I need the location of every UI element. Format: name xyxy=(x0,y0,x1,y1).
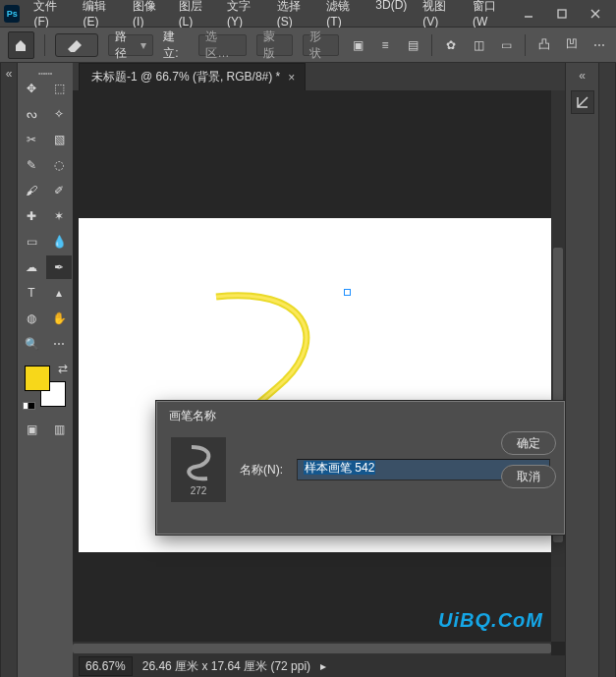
gear-icon[interactable]: ✿ xyxy=(442,36,460,54)
magic-wand-tool[interactable]: ✧ xyxy=(46,102,72,126)
quickmask-icon[interactable]: ▣ xyxy=(23,421,40,438)
default-colors-icon[interactable] xyxy=(23,399,35,413)
arrange-icon[interactable]: ▭ xyxy=(497,36,515,54)
path-mode-label: 路径 xyxy=(115,28,138,62)
tool-panel-grip[interactable]: ┄┄ xyxy=(18,67,73,77)
document-dimensions: 26.46 厘米 x 17.64 厘米 (72 ppi) xyxy=(142,658,310,675)
options-bar: 路径 ▾ 建立: 选区… 蒙版 形状 ▣ ≡ ▤ ✿ ◫ ▭ 凸 凹 ⋯ xyxy=(0,28,616,63)
right-panel-strip: « xyxy=(565,63,598,677)
foreground-swatch[interactable] xyxy=(25,366,50,391)
share-icon[interactable]: 凹 xyxy=(563,36,581,54)
swap-colors-icon[interactable]: ⇄ xyxy=(58,362,68,375)
separator xyxy=(44,34,45,56)
left-gutter[interactable]: « xyxy=(0,63,18,677)
move-tool[interactable]: ✥ xyxy=(19,77,44,100)
watermark: UiBQ.CoM xyxy=(438,609,543,632)
chevron-left-icon: « xyxy=(6,67,13,81)
hand-tool[interactable]: ✋ xyxy=(46,307,72,330)
slice-tool[interactable]: ▧ xyxy=(46,128,72,151)
color-swatches[interactable]: ⇄ xyxy=(25,366,66,407)
document-tab-bar: 未标题-1 @ 66.7% (背景, RGB/8#) * × xyxy=(73,63,565,90)
gradient-tool[interactable]: ▭ xyxy=(19,230,44,254)
status-bar: 66.67% 26.46 厘米 x 17.64 厘米 (72 ppi) ▸ xyxy=(73,655,565,677)
extra-ops: ✿ ◫ ▭ xyxy=(442,36,515,54)
lasso-tool[interactable]: ᔓ xyxy=(19,102,44,126)
text-tool[interactable]: T xyxy=(19,281,44,305)
document-tab[interactable]: 未标题-1 @ 66.7% (背景, RGB/8#) * × xyxy=(79,63,306,90)
path-anchor[interactable] xyxy=(344,289,351,296)
title-bar: Ps 文件(F) 编辑(E) 图像(I) 图层(L) 文字(Y) 选择(S) 滤… xyxy=(0,0,616,28)
shape-tool[interactable]: ◍ xyxy=(19,307,44,330)
canvas-viewport[interactable]: 画笔名称 272 名称(N): 样本画笔 542 确定 取消 UiBQ.CoM xyxy=(73,90,565,655)
eyedropper-tool[interactable]: ✎ xyxy=(19,153,44,177)
home-button[interactable] xyxy=(8,31,34,59)
dialog-title: 画笔名称 xyxy=(157,402,564,429)
scrollbar-thumb[interactable] xyxy=(73,644,551,653)
tool-panel: ┄┄ ✥⬚ᔓ✧✂▧✎◌🖌✐✚✶▭💧☁✒T▴◍✋🔍⋯ ⇄ ▣ ▥ xyxy=(18,63,73,677)
right-ops: 凸 凹 ⋯ xyxy=(535,36,608,54)
ok-button[interactable]: 确定 xyxy=(501,431,556,455)
path-combine-icon[interactable]: ▣ xyxy=(349,36,366,54)
more-icon[interactable]: ⋯ xyxy=(590,36,608,54)
cloud-icon[interactable]: 凸 xyxy=(535,36,553,54)
document-area: 未标题-1 @ 66.7% (背景, RGB/8#) * × xyxy=(73,63,565,677)
document-tab-title: 未标题-1 @ 66.7% (背景, RGB/8#) * xyxy=(91,69,280,85)
path-arrange-icon[interactable]: ▤ xyxy=(404,36,421,54)
svg-rect-1 xyxy=(558,10,566,18)
vertical-scrollbar[interactable] xyxy=(551,90,565,642)
window-buttons xyxy=(512,2,612,26)
make-selection-button[interactable]: 选区… xyxy=(198,34,247,56)
zoom-tool[interactable]: 🔍 xyxy=(19,332,44,356)
blur-tool[interactable]: 💧 xyxy=(46,230,72,254)
brush-tool[interactable]: 🖌 xyxy=(19,179,44,202)
close-button[interactable] xyxy=(579,2,612,26)
marquee-tool[interactable]: ◌ xyxy=(46,153,72,177)
tool-preset-picker[interactable] xyxy=(55,33,98,57)
brush-preview-size: 272 xyxy=(191,485,207,496)
chevron-right-icon[interactable]: « xyxy=(579,69,586,83)
name-field-label: 名称(N): xyxy=(240,462,283,479)
healing-brush-tool[interactable]: ✚ xyxy=(19,204,44,228)
right-gutter[interactable] xyxy=(598,63,616,677)
brush-name-dialog: 画笔名称 272 名称(N): 样本画笔 542 确定 取消 xyxy=(156,401,565,535)
align-icon[interactable]: ◫ xyxy=(470,36,487,54)
separator xyxy=(525,34,526,56)
path-mode-select[interactable]: 路径 ▾ xyxy=(108,34,153,56)
path-ops: ▣ ≡ ▤ xyxy=(349,36,421,54)
smudge-tool[interactable]: ☁ xyxy=(19,255,44,279)
status-caret-icon[interactable]: ▸ xyxy=(320,659,326,673)
close-tab-icon[interactable]: × xyxy=(288,71,295,85)
adjustments-panel-icon[interactable] xyxy=(571,90,594,114)
stamp-tool[interactable]: ✶ xyxy=(46,204,72,228)
home-icon xyxy=(14,38,28,52)
main-area: « ┄┄ ✥⬚ᔓ✧✂▧✎◌🖌✐✚✶▭💧☁✒T▴◍✋🔍⋯ ⇄ ▣ ▥ 未标题-1 … xyxy=(0,63,616,677)
separator xyxy=(431,34,432,56)
zoom-level[interactable]: 66.67% xyxy=(79,656,133,676)
brush-name-value: 样本画笔 542 xyxy=(304,461,375,475)
pencil-tool[interactable]: ✐ xyxy=(46,179,72,202)
cancel-button[interactable]: 取消 xyxy=(501,465,556,488)
make-mask-button[interactable]: 蒙版 xyxy=(256,34,293,56)
edit-toolbar[interactable]: ⋯ xyxy=(46,332,72,356)
crop-tool[interactable]: ✂ xyxy=(19,128,44,151)
make-shape-button[interactable]: 形状 xyxy=(303,34,339,56)
pen-icon xyxy=(66,38,87,52)
screenmode-icon[interactable]: ▥ xyxy=(50,421,68,438)
pen-tool[interactable]: ✒ xyxy=(46,255,72,279)
path-align-icon[interactable]: ≡ xyxy=(376,36,394,54)
app-logo: Ps xyxy=(4,5,20,23)
make-label: 建立: xyxy=(163,28,189,62)
minimize-button[interactable] xyxy=(512,2,545,26)
horizontal-scrollbar[interactable] xyxy=(73,642,551,655)
path-select-tool[interactable]: ▴ xyxy=(46,281,72,305)
maximize-button[interactable] xyxy=(545,2,579,26)
brush-preview: 272 xyxy=(171,437,226,502)
artboard-tool[interactable]: ⬚ xyxy=(46,77,72,100)
